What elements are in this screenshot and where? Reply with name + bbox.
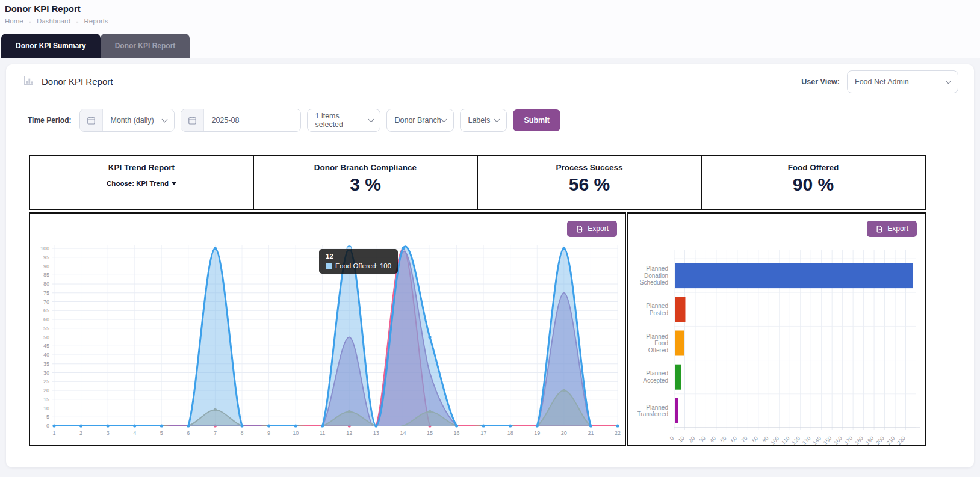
svg-text:75: 75 [43,290,49,296]
svg-text:17: 17 [480,430,486,436]
svg-text:Accepted: Accepted [643,377,668,384]
labels-select[interactable]: Labels [460,109,507,132]
svg-text:14: 14 [400,430,406,436]
export-button[interactable]: Export [867,221,917,237]
svg-text:110: 110 [780,435,790,445]
kpi-value-process-success: 56 % [478,174,701,195]
svg-text:Planned: Planned [646,303,668,309]
time-period-label: Time Period: [28,116,71,125]
svg-text:13: 13 [373,430,379,436]
svg-text:30: 30 [43,370,49,376]
svg-text:Transferred: Transferred [637,411,668,417]
svg-text:22: 22 [615,430,621,436]
svg-text:170: 170 [843,435,854,445]
svg-text:7: 7 [214,430,217,436]
granularity-select[interactable]: Month (daily) [103,109,174,131]
svg-text:19: 19 [534,430,540,436]
svg-text:5: 5 [160,430,163,436]
chevron-down-icon [494,117,500,123]
breadcrumb-dashboard[interactable]: Dashboard [37,17,70,25]
svg-text:18: 18 [507,430,513,436]
donor-branch-select[interactable]: Donor Branch [386,109,454,132]
kpi-trend-chart-panel: Export 051015202530354045505560657075808… [29,212,626,446]
caret-down-icon [172,182,176,185]
svg-text:30: 30 [698,435,707,443]
svg-text:210: 210 [885,435,896,445]
granularity-group: Month (daily) [79,109,175,132]
svg-text:45: 45 [43,343,49,349]
export-button[interactable]: Export [567,221,617,237]
chart-tooltip: 12 Food Offered: 100 [319,249,398,274]
file-export-icon [875,225,883,233]
month-group [181,109,301,132]
report-card: Donor KPI Report User View: Food Net Adm… [6,64,974,467]
svg-text:160: 160 [833,435,843,445]
svg-text:12: 12 [346,430,352,436]
svg-text:15: 15 [43,396,49,402]
svg-text:20: 20 [687,435,696,443]
svg-text:130: 130 [801,435,812,445]
svg-text:190: 190 [864,435,875,445]
svg-text:60: 60 [730,435,738,443]
svg-text:Planned: Planned [646,404,668,411]
tab-donor-kpi-report[interactable]: Donor KPI Report [101,34,190,58]
chevron-down-icon [441,117,447,123]
svg-text:9: 9 [267,430,270,436]
svg-text:Donation: Donation [644,272,668,279]
svg-text:40: 40 [43,352,49,358]
items-selected-select[interactable]: 1 items selected [307,109,380,132]
svg-text:220: 220 [896,435,907,445]
svg-text:200: 200 [875,435,885,445]
planned-status-chart-panel: Export 010203040506070809010011012013014… [627,212,926,446]
svg-text:2: 2 [79,430,82,436]
tab-donor-kpi-summary[interactable]: Donor KPI Summary [1,34,101,58]
svg-text:70: 70 [740,435,749,443]
svg-text:8: 8 [240,430,243,436]
file-export-icon [575,225,583,233]
user-view-select[interactable]: Food Net Admin [847,70,958,93]
svg-text:Planned: Planned [646,370,668,377]
svg-text:Posted: Posted [650,310,668,316]
svg-text:80: 80 [751,435,759,443]
tooltip-series-swatch [326,263,332,269]
breadcrumb: Home - Dashboard - Reports [0,17,980,25]
svg-text:150: 150 [822,435,833,445]
svg-text:15: 15 [427,430,433,436]
kpi-card-compliance: Donor Branch Compliance 3 % [253,156,477,209]
svg-text:95: 95 [43,254,49,260]
svg-text:0: 0 [669,435,675,442]
svg-text:50: 50 [43,334,49,340]
svg-text:35: 35 [43,361,49,367]
submit-button[interactable]: Submit [513,109,560,131]
svg-text:Offered: Offered [648,347,668,354]
kpi-card-food-offered: Food Offered 90 % [701,156,925,209]
chevron-down-icon [946,78,952,84]
svg-text:1: 1 [52,430,55,436]
planned-status-bar-chart[interactable]: 0102030405060708090100110120130140150160… [628,214,925,445]
svg-text:6: 6 [187,430,190,436]
kpi-trend-line-chart[interactable]: 0510152025303540455055606570758085909510… [30,214,625,445]
svg-text:10: 10 [293,430,299,436]
chevron-down-icon [162,117,168,123]
user-view-label: User View: [801,78,840,86]
svg-text:3: 3 [107,430,110,436]
month-input[interactable] [204,109,300,131]
svg-text:65: 65 [43,307,49,313]
svg-text:90: 90 [761,435,770,443]
breadcrumb-reports[interactable]: Reports [84,17,108,25]
svg-text:Food: Food [654,340,668,346]
svg-text:25: 25 [43,378,49,384]
svg-text:4: 4 [133,430,136,436]
svg-text:20: 20 [43,387,49,393]
svg-text:120: 120 [790,435,801,445]
svg-text:Planned: Planned [646,265,668,272]
chevron-down-icon [368,117,374,123]
svg-text:11: 11 [320,430,325,436]
svg-text:100: 100 [769,435,780,445]
svg-text:0: 0 [46,423,49,429]
svg-text:20: 20 [561,430,567,436]
breadcrumb-home[interactable]: Home [5,17,23,25]
svg-text:70: 70 [43,299,49,305]
calendar-icon [80,109,103,131]
kpi-trend-choose-dropdown[interactable]: Choose: KPI Trend [30,180,253,187]
